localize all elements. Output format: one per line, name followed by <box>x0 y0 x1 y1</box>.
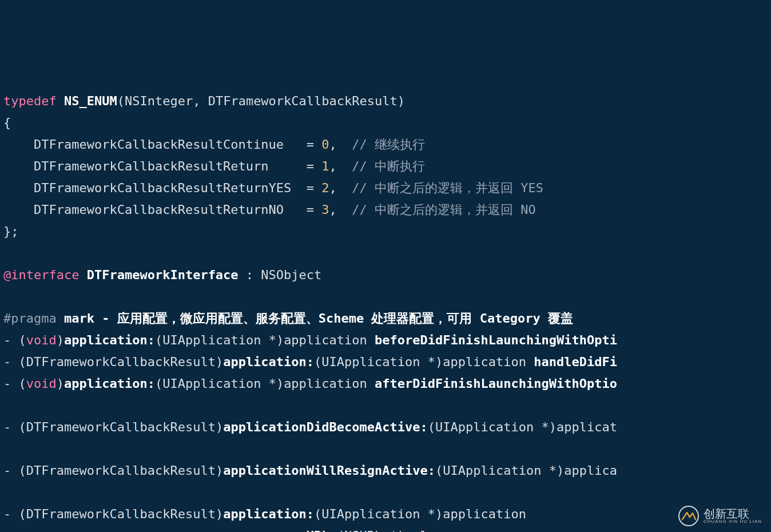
comment: // 中断执行 <box>352 159 425 173</box>
enum-item-value: 3 <box>321 203 329 217</box>
method-decl: - ( <box>3 507 26 521</box>
enum-item-name: DTFrameworkCallbackResultReturnNO <box>34 203 284 217</box>
enum-item-name: DTFrameworkCallbackResultReturn <box>34 159 269 173</box>
comment: // 继续执行 <box>352 137 425 152</box>
class-name: DTFrameworkInterface <box>87 268 239 282</box>
pragma-text: 应用配置，微应用配置、服务配置、Scheme 处理器配置，可用 Category… <box>117 311 573 325</box>
pragma-hash: #pragma <box>3 311 57 325</box>
enum-item-value: 1 <box>321 159 329 173</box>
method-decl: - ( <box>3 333 26 347</box>
brace-open: { <box>3 116 11 130</box>
keyword-interface: @interface <box>3 268 79 282</box>
enum-item-value: 2 <box>321 181 329 195</box>
method-decl: - ( <box>3 376 26 391</box>
superclass-name: NSObject <box>261 268 321 282</box>
enum-item-name: DTFrameworkCallbackResultReturnYES <box>34 181 291 195</box>
pragma-mark: mark <box>64 311 94 325</box>
logo-icon <box>678 506 699 526</box>
enum-item-value: 0 <box>321 137 329 152</box>
brace-close: }; <box>3 224 19 239</box>
watermark-brand: 创新互联 <box>704 508 762 519</box>
enum-type-name: DTFrameworkCallbackResult <box>208 94 398 108</box>
type-nsinteger: NSInteger <box>125 94 193 108</box>
keyword-typedef: typedef <box>3 94 57 108</box>
code-block: typedef NS_ENUM(NSInteger, DTFrameworkCa… <box>3 90 768 532</box>
method-decl: - ( <box>3 420 26 434</box>
comment: // 中断之后的逻辑，并返回 NO <box>352 203 536 217</box>
watermark-sub: CHUANG XIN HU LIAN <box>704 519 762 524</box>
method-decl: - ( <box>3 355 26 369</box>
watermark: 创新互联 CHUANG XIN HU LIAN <box>678 506 762 526</box>
comment: // 中断之后的逻辑，并返回 YES <box>352 181 543 195</box>
enum-item-name: DTFrameworkCallbackResultContinue <box>34 137 284 152</box>
method-decl: - ( <box>3 463 26 478</box>
macro-nsenum: NS_ENUM <box>64 94 117 108</box>
